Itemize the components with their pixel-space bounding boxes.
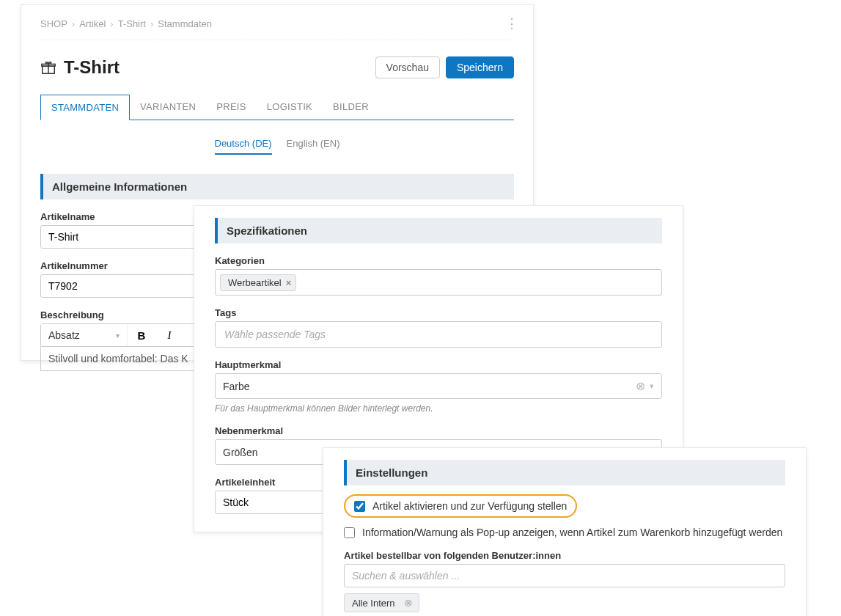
tab-stammdaten[interactable]: STAMMDATEN: [40, 95, 130, 120]
chip-remove-icon[interactable]: ×: [286, 277, 292, 288]
kategorien-input[interactable]: Werbeartikel ×: [215, 269, 662, 296]
tags-input[interactable]: Wähle passende Tags: [215, 321, 662, 348]
tab-bilder[interactable]: BILDER: [323, 95, 379, 120]
tab-varianten[interactable]: VARIANTEN: [130, 95, 206, 120]
lang-tab-de[interactable]: Deutsch (DE): [215, 138, 272, 155]
tab-preis[interactable]: PREIS: [206, 95, 257, 120]
bold-button[interactable]: B: [128, 324, 155, 346]
section-allgemeine: Allgemeine Informationen: [40, 174, 514, 199]
chevron-right-icon: ›: [150, 18, 153, 29]
chevron-right-icon: ›: [72, 18, 75, 29]
preview-button[interactable]: Vorschau: [375, 56, 440, 78]
page-title: T-Shirt: [64, 57, 120, 78]
activate-highlight: Artikel aktivieren und zur Verfügung ste…: [344, 494, 577, 518]
breadcrumb-item-tshirt[interactable]: T-Shirt: [118, 18, 146, 29]
orderable-by-label: Artikel bestellbar von folgenden Benutze…: [344, 550, 785, 561]
gift-icon: [40, 59, 56, 76]
hauptmerkmal-label: Hauptmerkmal: [215, 359, 662, 370]
italic-button[interactable]: I: [155, 324, 183, 346]
clear-icon[interactable]: ⊗: [636, 379, 645, 393]
section-spezifikationen: Spezifikationen: [215, 218, 662, 243]
breadcrumb-item-artikel[interactable]: Artikel: [79, 18, 106, 29]
chevron-down-icon: ▾: [116, 331, 120, 340]
kebab-menu-icon[interactable]: ⋮: [505, 17, 518, 30]
einstellungen-panel: Einstellungen Artikel aktivieren und zur…: [323, 447, 807, 616]
popup-warning-checkbox[interactable]: [344, 527, 355, 538]
kategorien-chip: Werbeartikel ×: [220, 274, 296, 291]
activate-checkbox[interactable]: [354, 501, 365, 512]
tags-placeholder: Wähle passende Tags: [220, 329, 326, 340]
breadcrumb-item-shop[interactable]: SHOP: [40, 18, 67, 29]
chip-remove-icon[interactable]: ⊗: [404, 597, 413, 609]
tab-logistik[interactable]: LOGISTIK: [257, 95, 323, 120]
hauptmerkmal-hint: Für das Hauptmerkmal können Bilder hinte…: [215, 403, 662, 414]
breadcrumb: SHOP › Artikel › T-Shirt › Stammdaten ⋮: [40, 18, 514, 40]
lang-tab-en[interactable]: English (EN): [287, 138, 340, 155]
section-einstellungen: Einstellungen: [344, 460, 785, 485]
chevron-down-icon[interactable]: ▾: [650, 381, 654, 391]
kategorien-label: Kategorien: [215, 255, 662, 266]
orderable-by-input[interactable]: Suchen & auswählen ...: [344, 564, 785, 587]
nebenmerkmal-label: Nebenmerkmal: [215, 425, 662, 436]
hauptmerkmal-select[interactable]: Farbe ⊗ ▾: [215, 373, 662, 399]
activate-label: Artikel aktivieren und zur Verfügung ste…: [372, 500, 567, 512]
tab-bar: STAMMDATEN VARIANTEN PREIS LOGISTIK BILD…: [40, 95, 514, 120]
breadcrumb-item-stammdaten: Stammdaten: [158, 18, 212, 29]
artikeleinheit-input[interactable]: [215, 491, 339, 514]
paragraph-select[interactable]: Absatz▾: [41, 324, 128, 346]
popup-warning-label: Information/Warnung als Pop-up anzeigen,…: [362, 527, 782, 538]
tags-label: Tags: [215, 307, 662, 318]
save-button[interactable]: Speichern: [446, 56, 514, 78]
chevron-right-icon: ›: [110, 18, 113, 29]
orderable-chip: Alle Intern ⊗: [344, 593, 419, 612]
